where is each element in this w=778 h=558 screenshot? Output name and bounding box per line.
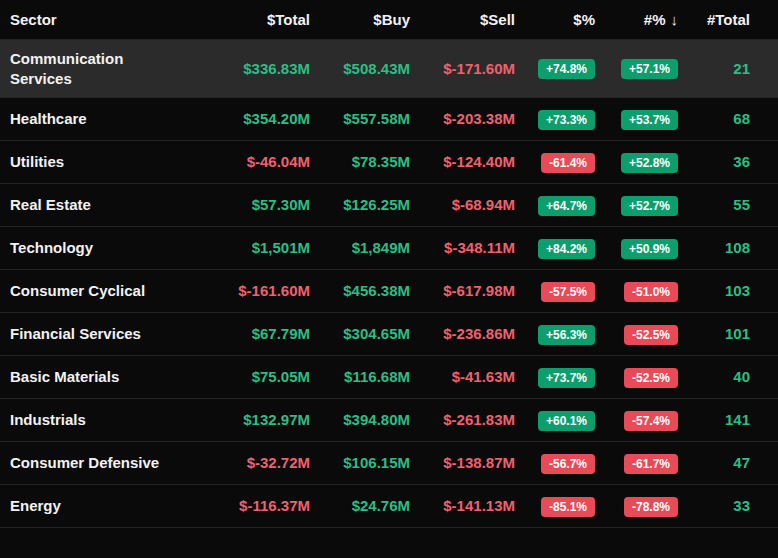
- table-row[interactable]: Consumer Cyclical$-161.60M$456.38M$-617.…: [0, 270, 778, 313]
- pct-cell: +74.8%: [515, 49, 595, 88]
- pct-badge: +73.3%: [538, 110, 595, 130]
- count-cell: 36: [678, 143, 750, 181]
- num_pct-cell: -61.7%: [595, 444, 678, 483]
- total-cell: $-116.37M: [175, 487, 310, 525]
- pct-badge: +73.7%: [538, 368, 595, 388]
- total-cell: $1,501M: [175, 229, 310, 267]
- num_pct-badge: +57.1%: [621, 59, 678, 79]
- table-header: Sector$Total$Buy$Sell$%#%↓#Total: [0, 0, 778, 40]
- num_pct-cell: +52.8%: [595, 143, 678, 182]
- sector-cell: Consumer Defensive: [10, 444, 175, 482]
- sector-cell: Communication Services: [10, 40, 175, 97]
- num_pct-cell: +52.7%: [595, 186, 678, 225]
- header-count[interactable]: #Total: [678, 10, 750, 30]
- pct-badge: +64.7%: [538, 196, 595, 216]
- num_pct-cell: +57.1%: [595, 49, 678, 88]
- buy-cell: $106.15M: [310, 444, 410, 482]
- table-row[interactable]: Technology$1,501M$1,849M$-348.11M+84.2%+…: [0, 227, 778, 270]
- buy-cell: $456.38M: [310, 272, 410, 310]
- sector-money-flow-table: Sector$Total$Buy$Sell$%#%↓#Total Communi…: [0, 0, 778, 528]
- total-cell: $67.79M: [175, 315, 310, 353]
- total-cell: $132.97M: [175, 401, 310, 439]
- table-row[interactable]: Financial Services$67.79M$304.65M$-236.8…: [0, 313, 778, 356]
- table-row[interactable]: Healthcare$354.20M$557.58M$-203.38M+73.3…: [0, 98, 778, 141]
- pct-cell: +73.3%: [515, 100, 595, 139]
- pct-badge: -57.5%: [541, 282, 595, 302]
- sell-cell: $-41.63M: [410, 358, 515, 396]
- num_pct-badge: -61.7%: [624, 454, 678, 474]
- total-cell: $354.20M: [175, 100, 310, 138]
- num_pct-badge: -52.5%: [624, 368, 678, 388]
- sell-cell: $-236.86M: [410, 315, 515, 353]
- sector-cell: Energy: [10, 487, 175, 525]
- num_pct-cell: -52.5%: [595, 315, 678, 354]
- pct-cell: -57.5%: [515, 272, 595, 311]
- sell-cell: $-171.60M: [410, 50, 515, 88]
- table-row[interactable]: Real Estate$57.30M$126.25M$-68.94M+64.7%…: [0, 184, 778, 227]
- buy-cell: $508.43M: [310, 50, 410, 88]
- sector-cell: Healthcare: [10, 100, 175, 138]
- total-cell: $75.05M: [175, 358, 310, 396]
- pct-cell: +64.7%: [515, 186, 595, 225]
- pct-badge: -56.7%: [541, 454, 595, 474]
- header-label-buy: $Buy: [373, 11, 410, 28]
- num_pct-badge: +53.7%: [621, 110, 678, 130]
- pct-badge: -61.4%: [541, 153, 595, 173]
- pct-cell: +73.7%: [515, 358, 595, 397]
- num_pct-cell: +53.7%: [595, 100, 678, 139]
- pct-cell: +60.1%: [515, 401, 595, 440]
- total-cell: $-161.60M: [175, 272, 310, 310]
- sell-cell: $-348.11M: [410, 229, 515, 267]
- header-label-sell: $Sell: [480, 11, 515, 28]
- sector-cell: Technology: [10, 229, 175, 267]
- total-cell: $-46.04M: [175, 143, 310, 181]
- buy-cell: $78.35M: [310, 143, 410, 181]
- num_pct-badge: +52.8%: [621, 153, 678, 173]
- header-pct[interactable]: $%: [515, 10, 595, 30]
- header-label-total: $Total: [267, 11, 310, 28]
- sell-cell: $-141.13M: [410, 487, 515, 525]
- sector-cell: Financial Services: [10, 315, 175, 353]
- buy-cell: $1,849M: [310, 229, 410, 267]
- sector-cell: Consumer Cyclical: [10, 272, 175, 310]
- header-total[interactable]: $Total: [175, 10, 310, 30]
- header-sector[interactable]: Sector: [10, 10, 175, 30]
- table-row[interactable]: Utilities$-46.04M$78.35M$-124.40M-61.4%+…: [0, 141, 778, 184]
- table-row[interactable]: Basic Materials$75.05M$116.68M$-41.63M+7…: [0, 356, 778, 399]
- header-label-pct: $%: [573, 11, 595, 28]
- num_pct-cell: -57.4%: [595, 401, 678, 440]
- header-num_pct[interactable]: #%↓: [595, 10, 678, 30]
- sector-cell: Basic Materials: [10, 358, 175, 396]
- buy-cell: $116.68M: [310, 358, 410, 396]
- count-cell: 21: [678, 50, 750, 88]
- total-cell: $336.83M: [175, 50, 310, 88]
- table-row[interactable]: Communication Services$336.83M$508.43M$-…: [0, 40, 778, 98]
- pct-badge: +74.8%: [538, 59, 595, 79]
- sector-cell: Utilities: [10, 143, 175, 181]
- pct-cell: +84.2%: [515, 229, 595, 268]
- num_pct-badge: +50.9%: [621, 239, 678, 259]
- count-cell: 68: [678, 100, 750, 138]
- header-buy[interactable]: $Buy: [310, 10, 410, 30]
- sell-cell: $-617.98M: [410, 272, 515, 310]
- sell-cell: $-138.87M: [410, 444, 515, 482]
- total-cell: $-32.72M: [175, 444, 310, 482]
- count-cell: 103: [678, 272, 750, 310]
- table-row[interactable]: Consumer Defensive$-32.72M$106.15M$-138.…: [0, 442, 778, 485]
- num_pct-badge: -52.5%: [624, 325, 678, 345]
- sell-cell: $-124.40M: [410, 143, 515, 181]
- buy-cell: $394.80M: [310, 401, 410, 439]
- table-row[interactable]: Industrials$132.97M$394.80M$-261.83M+60.…: [0, 399, 778, 442]
- header-label-count: #Total: [707, 11, 750, 28]
- count-cell: 101: [678, 315, 750, 353]
- num_pct-badge: -51.0%: [624, 282, 678, 302]
- count-cell: 141: [678, 401, 750, 439]
- pct-badge: +84.2%: [538, 239, 595, 259]
- buy-cell: $126.25M: [310, 186, 410, 224]
- sell-cell: $-261.83M: [410, 401, 515, 439]
- table-row[interactable]: Energy$-116.37M$24.76M$-141.13M-85.1%-78…: [0, 485, 778, 528]
- count-cell: 47: [678, 444, 750, 482]
- header-sell[interactable]: $Sell: [410, 10, 515, 30]
- pct-cell: +56.3%: [515, 315, 595, 354]
- count-cell: 40: [678, 358, 750, 396]
